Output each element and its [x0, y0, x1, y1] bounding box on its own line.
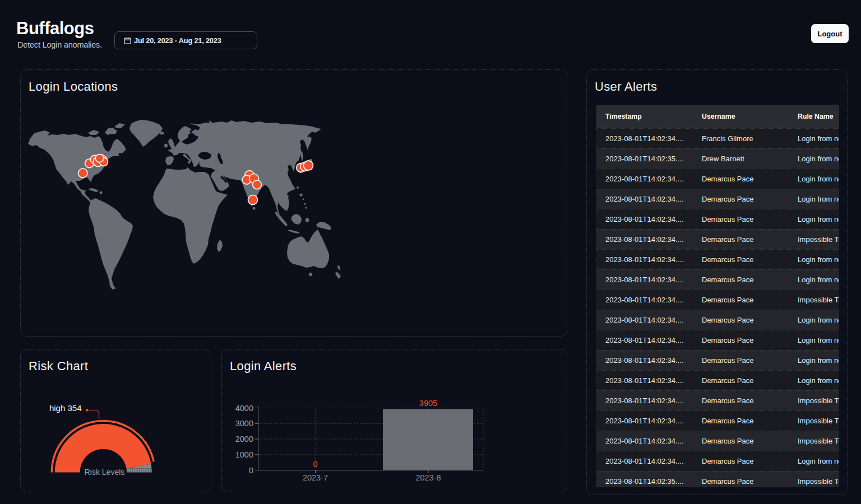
svg-text:4000: 4000	[235, 404, 253, 413]
svg-text:2023-8: 2023-8	[415, 473, 441, 482]
svg-text:3905: 3905	[419, 399, 437, 408]
svg-text:2023-7: 2023-7	[303, 473, 328, 482]
svg-text:Risk Levels: Risk Levels	[85, 468, 125, 477]
svg-text:0: 0	[313, 460, 317, 469]
svg-text:0: 0	[249, 466, 253, 475]
svg-text:1000: 1000	[235, 450, 253, 459]
svg-text:high 354: high 354	[49, 403, 82, 413]
svg-text:2000: 2000	[235, 435, 253, 444]
svg-text:3000: 3000	[235, 419, 253, 428]
